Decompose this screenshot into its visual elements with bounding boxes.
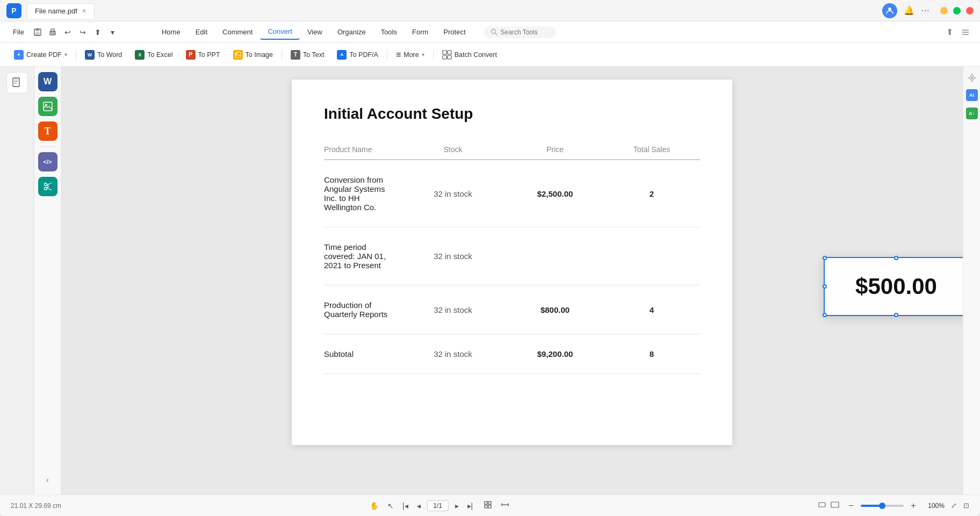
create-pdf-icon: +	[14, 50, 24, 60]
sep1	[76, 49, 76, 60]
save-button[interactable]	[31, 25, 45, 39]
nav-protect[interactable]: Protect	[436, 25, 473, 39]
ai-feature2-button[interactable]: A↑	[966, 108, 978, 119]
toolbar-actions: ↩ ↪ ⬆ ▾	[31, 25, 120, 39]
upload-cloud-icon[interactable]: ⬆	[943, 26, 955, 38]
nav-convert[interactable]: Convert	[260, 24, 300, 40]
prev-page-button[interactable]: ◂	[415, 500, 423, 511]
to-excel-button[interactable]: X To Excel	[129, 47, 178, 62]
row3-total: 4	[603, 305, 700, 314]
document-title: Initial Account Setup	[324, 105, 700, 123]
to-image-button[interactable]: To Image	[228, 47, 278, 62]
resize-handle-ml[interactable]	[823, 284, 827, 289]
more-icon: ≡	[396, 51, 401, 59]
to-pdfa-button[interactable]: A To PDF/A	[332, 47, 384, 62]
svg-point-0	[888, 8, 891, 11]
last-page-button[interactable]: ▸|	[465, 500, 475, 511]
row1-product: Conversion from Angular Systems Inc. to …	[324, 175, 399, 212]
to-text-button[interactable]: T To Text	[285, 47, 329, 62]
svg-rect-35	[485, 501, 487, 504]
resize-handle-bm[interactable]	[894, 313, 898, 317]
table-row: Subtotal 32 in stock $9,200.00 8	[324, 334, 700, 374]
hand-tool-button[interactable]: ✋	[367, 500, 381, 511]
sidebar-item-word[interactable]: W	[38, 72, 57, 91]
file-tab[interactable]: File name.pdf ✕	[27, 3, 95, 18]
to-ppt-button[interactable]: P To PPT	[181, 47, 226, 62]
page-indicator[interactable]: 1/1	[427, 500, 449, 511]
first-page-button[interactable]: |◂	[400, 500, 410, 511]
svg-point-25	[44, 188, 47, 190]
search-tools-input[interactable]	[501, 28, 549, 36]
batch-convert-icon	[442, 50, 452, 60]
bell-icon[interactable]: 🔔	[904, 5, 914, 16]
fullscreen-button[interactable]: ⤢	[951, 501, 957, 510]
nav-edit[interactable]: Edit	[188, 25, 215, 39]
create-pdf-button[interactable]: + Create PDF ▾	[9, 47, 73, 62]
svg-point-23	[45, 104, 47, 106]
ai-assistant-button[interactable]: AI	[966, 89, 978, 101]
svg-line-27	[47, 188, 52, 191]
close-button[interactable]: ✕	[966, 7, 974, 15]
minimize-button[interactable]: —	[940, 7, 948, 15]
fit-page-button[interactable]	[481, 499, 494, 512]
selected-cell-overlay[interactable]: $500.00	[824, 257, 963, 316]
settings-panel-icon[interactable]	[960, 26, 971, 38]
to-word-button[interactable]: W To Word	[80, 47, 127, 62]
more-dropdown-icon[interactable]: ▾	[422, 52, 424, 58]
close-tab-button[interactable]: ✕	[82, 8, 87, 15]
zoom-out-button[interactable]: −	[846, 501, 856, 511]
resize-handle-tm[interactable]	[894, 256, 898, 260]
menu-file[interactable]: File	[9, 26, 28, 38]
zoom-in-button[interactable]: +	[908, 501, 919, 511]
nav-view[interactable]: View	[300, 25, 330, 39]
user-avatar[interactable]	[882, 3, 897, 18]
convert-toolbar: + Create PDF ▾ W To Word X To Excel P To…	[0, 43, 980, 67]
nav-comment[interactable]: Comment	[215, 25, 260, 39]
batch-convert-button[interactable]: Batch Convert	[437, 47, 502, 62]
pdf-viewer: Initial Account Setup Product Name Stock…	[61, 67, 963, 494]
zoom-slider[interactable]	[861, 505, 904, 507]
sidebar-item-cut[interactable]	[38, 177, 57, 196]
redo-button[interactable]: ↪	[76, 25, 90, 39]
undo-button[interactable]: ↩	[61, 25, 75, 39]
nav-form[interactable]: Form	[405, 25, 436, 39]
nav-organize[interactable]: Organize	[330, 25, 373, 39]
search-tools-bar[interactable]	[484, 26, 556, 38]
title-more-icon[interactable]: ⋯	[921, 5, 929, 16]
view-mode-button[interactable]: ⊡	[963, 501, 969, 510]
row2-price[interactable]: $500.00 $500.00	[507, 252, 603, 261]
nav-home[interactable]: Home	[154, 25, 188, 39]
more-button[interactable]: ≡ More ▾	[391, 48, 430, 62]
print-button[interactable]	[46, 25, 60, 39]
next-page-button[interactable]: ▸	[453, 500, 461, 511]
zoom-fit-page-button[interactable]	[818, 500, 826, 511]
row1-total: 2	[603, 189, 700, 198]
maximize-button[interactable]: □	[953, 7, 961, 15]
svg-rect-38	[488, 505, 491, 508]
fit-width-button[interactable]	[499, 499, 511, 512]
left-dock	[0, 67, 34, 494]
resize-handle-bl[interactable]	[823, 313, 827, 317]
svg-rect-19	[14, 80, 18, 81]
zoom-fit-button[interactable]	[831, 500, 839, 511]
sidebar-collapse-button[interactable]: ‹	[42, 471, 53, 489]
sidebar-item-image-editor[interactable]	[38, 97, 57, 116]
sep2	[282, 49, 282, 60]
create-pdf-dropdown[interactable]: ▾	[64, 52, 67, 58]
row3-product: Production of Quarterly Reports	[324, 300, 399, 319]
right-panel-settings-icon[interactable]	[966, 72, 978, 84]
sidebar-item-typeset[interactable]: T	[38, 121, 57, 141]
table-row: Production of Quarterly Reports 32 in st…	[324, 285, 700, 334]
nav-tools[interactable]: Tools	[373, 25, 405, 39]
zoom-slider-handle[interactable]	[879, 503, 885, 509]
share-button[interactable]: ⬆	[91, 25, 105, 39]
svg-rect-18	[13, 78, 19, 87]
sidebar-item-code[interactable]: </>	[38, 152, 57, 171]
svg-line-29	[47, 187, 48, 188]
table-row: Time period covered: JAN 01, 2021 to Pre…	[324, 227, 700, 285]
dropdown-button[interactable]: ▾	[106, 25, 120, 39]
select-tool-button[interactable]: ↖	[385, 500, 396, 511]
pages-panel-button[interactable]	[6, 72, 28, 94]
sep3	[387, 49, 387, 60]
resize-handle-tl[interactable]	[823, 256, 827, 260]
